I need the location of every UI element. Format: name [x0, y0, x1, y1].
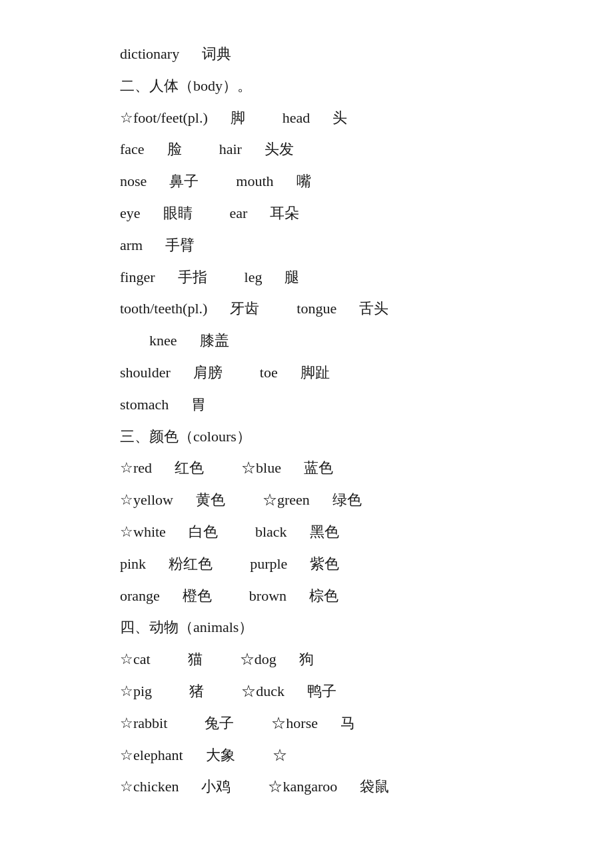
word-8-2: tongue [267, 295, 336, 323]
line-3: face 脸 hair 头发 [120, 135, 493, 163]
word-13-3: 蓝色 [289, 454, 333, 482]
word-0-1: 词典 [187, 40, 231, 68]
word-19-0: ☆cat [120, 645, 151, 673]
word-8-3: 舌头 [344, 295, 388, 323]
word-2-0: ☆foot/feet(pl.) [120, 104, 208, 132]
word-11-0: stomach [120, 391, 169, 419]
word-14-3: 绿色 [318, 486, 362, 514]
word-10-0: shoulder [120, 359, 171, 387]
word-17-2: brown [220, 582, 287, 610]
line-16: pink 粉红色 purple 紫色 [120, 550, 493, 578]
word-14-1: 黄色 [181, 486, 225, 514]
line-17: orange 橙色 brown 棕色 [120, 582, 493, 610]
word-13-2: ☆blue [212, 454, 281, 482]
line-8: tooth/teeth(pl.) 牙齿 tongue 舌头 [120, 295, 493, 323]
word-16-1: 粉红色 [154, 550, 213, 578]
word-1-0: 二、人体（body）。 [120, 72, 252, 100]
word-2-3: 头 [318, 104, 347, 132]
word-21-3: 马 [326, 709, 355, 737]
line-21: ☆rabbit 兔子 ☆horse 马 [120, 709, 493, 737]
word-12-0: 三、颜色（colours） [120, 423, 251, 451]
word-6-1: 手臂 [151, 231, 195, 259]
word-7-2: leg [215, 263, 263, 291]
word-19-3: 狗 [285, 645, 314, 673]
line-14: ☆yellow 黄色 ☆green 绿色 [120, 486, 493, 514]
line-6: arm 手臂 [120, 231, 493, 259]
word-18-0: 四、动物（animals） [120, 613, 253, 641]
word-4-3: 嘴 [282, 167, 311, 195]
word-7-3: 腿 [270, 263, 299, 291]
line-18: 四、动物（animals） [120, 613, 493, 641]
word-5-0: eye [120, 199, 141, 227]
line-2: ☆foot/feet(pl.) 脚 head 头 [120, 104, 493, 132]
word-23-3: 袋鼠 [345, 773, 389, 801]
word-2-2: head [253, 104, 310, 132]
word-9-1: 膝盖 [185, 327, 229, 355]
word-19-1: 猫 [159, 645, 203, 673]
word-23-1: 小鸡 [187, 773, 231, 801]
word-17-1: 橙色 [168, 582, 212, 610]
word-8-0: tooth/teeth(pl.) [120, 295, 207, 323]
line-12: 三、颜色（colours） [120, 423, 493, 451]
line-5: eye 眼睛 ear 耳朵 [120, 199, 493, 227]
word-14-2: ☆green [233, 486, 310, 514]
line-4: nose 鼻子 mouth 嘴 [120, 167, 493, 195]
word-4-0: nose [120, 167, 147, 195]
content: dictionary 词典二、人体（body）。☆foot/feet(pl.) … [120, 40, 493, 801]
word-3-3: 头发 [250, 135, 294, 163]
word-15-2: black [226, 518, 287, 546]
word-17-3: 棕色 [295, 582, 338, 610]
word-21-2: ☆horse [242, 709, 318, 737]
word-6-0: arm [120, 231, 143, 259]
word-22-2: ☆ [243, 741, 287, 769]
word-20-2: ☆duck [212, 677, 285, 705]
word-16-3: 紫色 [295, 550, 339, 578]
line-9: knee 膝盖 [120, 327, 493, 355]
word-21-0: ☆rabbit [120, 709, 167, 737]
line-13: ☆red 红色 ☆blue 蓝色 [120, 454, 493, 482]
line-22: ☆elephant 大象 ☆ [120, 741, 493, 769]
word-23-0: ☆chicken [120, 773, 179, 801]
word-3-1: 脸 [153, 135, 182, 163]
word-22-1: 大象 [191, 741, 235, 769]
word-7-0: finger [120, 263, 155, 291]
word-9-0: knee [120, 327, 177, 355]
word-16-2: purple [221, 550, 287, 578]
word-23-2: ☆kangaroo [239, 773, 337, 801]
word-14-0: ☆yellow [120, 486, 173, 514]
word-4-1: 鼻子 [155, 167, 199, 195]
word-4-2: mouth [207, 167, 273, 195]
line-23: ☆chicken 小鸡 ☆kangaroo 袋鼠 [120, 773, 493, 801]
word-13-0: ☆red [120, 454, 152, 482]
word-20-3: 鸭子 [293, 677, 336, 705]
word-13-1: 红色 [160, 454, 204, 482]
word-20-0: ☆pig [120, 677, 152, 705]
line-15: ☆white 白色 black 黑色 [120, 518, 493, 546]
word-5-1: 眼睛 [149, 199, 193, 227]
word-0-0: dictionary [120, 40, 179, 68]
word-20-1: 猪 [160, 677, 204, 705]
word-8-1: 牙齿 [215, 295, 259, 323]
line-19: ☆cat 猫 ☆dog 狗 [120, 645, 493, 673]
word-5-3: 耳朵 [255, 199, 299, 227]
word-15-1: 白色 [174, 518, 218, 546]
line-20: ☆pig 猪 ☆duck 鸭子 [120, 677, 493, 705]
line-0: dictionary 词典 [120, 40, 493, 68]
line-1: 二、人体（body）。 [120, 72, 493, 100]
word-16-0: pink [120, 550, 146, 578]
word-11-1: 胃 [177, 391, 206, 419]
line-11: stomach 胃 [120, 391, 493, 419]
word-5-2: ear [201, 199, 248, 227]
word-10-1: 肩膀 [179, 359, 223, 387]
word-3-0: face [120, 135, 145, 163]
word-10-2: toe [231, 359, 278, 387]
word-3-2: hair [190, 135, 242, 163]
word-15-3: 黑色 [295, 518, 339, 546]
word-2-1: 脚 [216, 104, 245, 132]
word-21-1: 兔子 [175, 709, 234, 737]
word-15-0: ☆white [120, 518, 166, 546]
word-22-0: ☆elephant [120, 741, 183, 769]
line-7: finger 手指 leg 腿 [120, 263, 493, 291]
word-7-1: 手指 [163, 263, 207, 291]
word-17-0: orange [120, 582, 160, 610]
